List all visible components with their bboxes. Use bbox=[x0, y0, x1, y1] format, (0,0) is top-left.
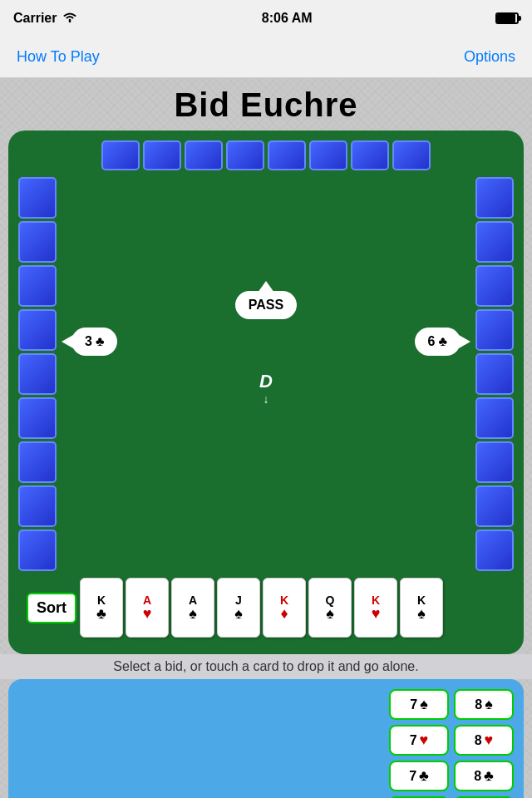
top-card-2 bbox=[143, 140, 181, 170]
table-middle: PASS 3 ♣ 6 ♣ D ↓ bbox=[18, 177, 514, 571]
bid-button-2-0[interactable]: 7♣ bbox=[389, 761, 449, 791]
time-display: 8:06 AM bbox=[262, 11, 313, 26]
player-card-0[interactable]: K♣ bbox=[80, 578, 123, 638]
left-card-8 bbox=[18, 485, 57, 527]
bid-button-2-1[interactable]: 8♣ bbox=[454, 761, 514, 791]
right-card-stack bbox=[475, 177, 514, 571]
left-card-7 bbox=[18, 441, 57, 483]
top-card-6 bbox=[309, 140, 347, 170]
right-card-1 bbox=[475, 177, 514, 219]
left-card-stack bbox=[18, 177, 57, 571]
left-card-2 bbox=[18, 221, 57, 263]
dealer-arrow: ↓ bbox=[259, 392, 273, 406]
bid-button-1-0[interactable]: 7♥ bbox=[389, 725, 449, 756]
player-card-6[interactable]: K♥ bbox=[354, 578, 397, 638]
player-card-7[interactable]: K♠ bbox=[400, 578, 443, 638]
right-bubble-suit: ♣ bbox=[439, 334, 448, 349]
left-speech-bubble: 3 ♣ bbox=[71, 328, 117, 356]
top-card-7 bbox=[351, 140, 389, 170]
bid-button-0-1[interactable]: 8♠ bbox=[454, 689, 514, 720]
bid-panel-left bbox=[18, 689, 379, 798]
game-title: Bid Euchre bbox=[0, 78, 532, 131]
status-bar: Carrier 8:06 AM bbox=[0, 0, 532, 37]
right-card-8 bbox=[475, 485, 514, 527]
right-card-9 bbox=[475, 530, 514, 571]
bid-row-1: 7♥8♥ bbox=[389, 725, 514, 756]
player-cards: K♣A♥A♠J♠K♦Q♠K♥K♠ bbox=[80, 578, 443, 638]
top-bubble-text: PASS bbox=[249, 298, 283, 313]
sort-button[interactable]: Sort bbox=[27, 593, 76, 623]
bid-button-0-0[interactable]: 7♠ bbox=[389, 689, 449, 720]
left-card-3 bbox=[18, 265, 57, 307]
top-bubble-container: PASS bbox=[63, 291, 469, 319]
dealer-letter: D bbox=[259, 371, 273, 392]
top-card-stack bbox=[18, 140, 514, 170]
left-bubble-suit: ♣ bbox=[96, 334, 105, 349]
top-speech-bubble: PASS bbox=[235, 291, 297, 319]
bid-panel-right: 7♠8♠7♥8♥7♣8♣7♦8♦7 Hi8 Hi7 Lo8 Lo bbox=[389, 689, 514, 798]
carrier-text: Carrier bbox=[13, 11, 57, 26]
player-card-2[interactable]: A♠ bbox=[171, 578, 214, 638]
right-card-3 bbox=[475, 265, 514, 307]
right-card-4 bbox=[475, 309, 514, 351]
bid-row-2: 7♣8♣ bbox=[389, 761, 514, 791]
top-card-3 bbox=[185, 140, 223, 170]
carrier-label: Carrier bbox=[13, 11, 78, 26]
right-card-5 bbox=[475, 353, 514, 395]
top-card-8 bbox=[392, 140, 431, 170]
game-table: PASS 3 ♣ 6 ♣ D ↓ bbox=[8, 131, 524, 654]
left-card-1 bbox=[18, 177, 57, 219]
right-card-6 bbox=[475, 397, 514, 439]
top-card-5 bbox=[268, 140, 306, 170]
player-card-3[interactable]: J♠ bbox=[217, 578, 260, 638]
top-card-4 bbox=[226, 140, 264, 170]
main-content: Bid Euchre bbox=[0, 78, 532, 798]
nav-bar: How To Play Options bbox=[0, 37, 532, 78]
center-area: PASS 3 ♣ 6 ♣ D ↓ bbox=[63, 291, 469, 457]
wifi-icon bbox=[62, 11, 78, 26]
player-card-1[interactable]: A♥ bbox=[126, 578, 169, 638]
how-to-play-button[interactable]: How To Play bbox=[17, 48, 100, 66]
left-card-5 bbox=[18, 353, 57, 395]
bid-row-0: 7♠8♠ bbox=[389, 689, 514, 720]
right-card-2 bbox=[475, 221, 514, 263]
battery-icon bbox=[495, 12, 519, 24]
left-bubble-text: 3 bbox=[85, 334, 92, 349]
right-bubble-text: 6 bbox=[428, 334, 436, 349]
right-card-7 bbox=[475, 441, 514, 483]
options-button[interactable]: Options bbox=[464, 48, 515, 66]
bid-button-1-1[interactable]: 8♥ bbox=[454, 725, 514, 756]
battery-area bbox=[495, 12, 519, 24]
left-card-4 bbox=[18, 309, 57, 351]
left-card-6 bbox=[18, 397, 57, 439]
dealer-token: D ↓ bbox=[259, 371, 273, 406]
top-card-1 bbox=[101, 140, 140, 170]
bid-panel: 7♠8♠7♥8♥7♣8♣7♦8♦7 Hi8 Hi7 Lo8 Lo bbox=[8, 679, 524, 798]
player-card-5[interactable]: Q♠ bbox=[308, 578, 352, 638]
instruction-text: Select a bid, or touch a card to drop it… bbox=[0, 654, 532, 679]
right-speech-bubble: 6 ♣ bbox=[415, 328, 461, 356]
player-card-4[interactable]: K♦ bbox=[263, 578, 306, 638]
bubbles-row: 3 ♣ 6 ♣ bbox=[63, 328, 469, 356]
left-card-9 bbox=[18, 530, 57, 571]
player-hand-area: Sort K♣A♥A♠J♠K♦Q♠K♥K♠ bbox=[18, 571, 514, 644]
